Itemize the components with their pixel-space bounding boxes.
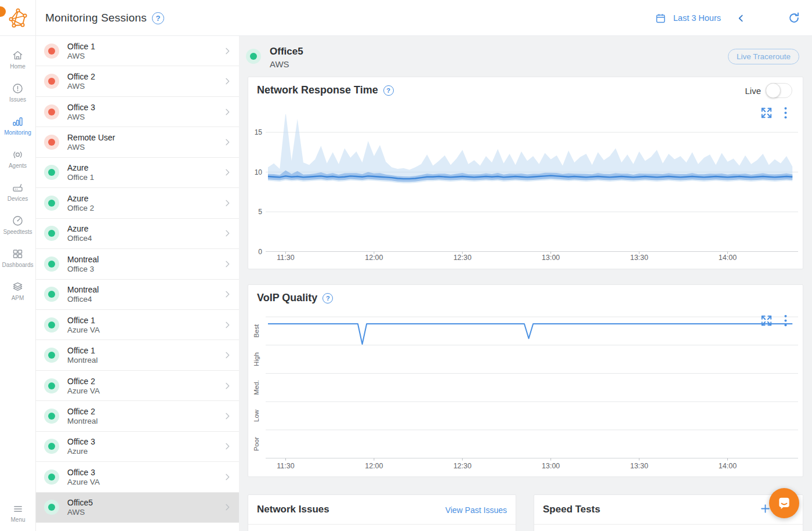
session-list-item[interactable]: Office 2Montreal xyxy=(36,401,239,431)
session-list-item[interactable]: Office 1Montreal xyxy=(36,340,239,370)
chevron-right-icon xyxy=(223,138,232,147)
session-list-item[interactable]: AzureOffice 1 xyxy=(36,158,239,188)
calendar-icon[interactable] xyxy=(655,12,666,24)
svg-text:13:00: 13:00 xyxy=(542,254,560,262)
session-list-item[interactable]: Remote UserAWS xyxy=(36,127,239,157)
session-list-item[interactable]: AzureOffice 2 xyxy=(36,188,239,218)
session-status-dot xyxy=(44,378,59,393)
session-target: Azure VA xyxy=(67,386,100,395)
session-list-item[interactable]: Office 3AWS xyxy=(36,97,239,127)
nav-label: Speedtests xyxy=(3,229,32,235)
session-status-dot xyxy=(44,74,59,89)
detail-status-dot xyxy=(246,49,261,64)
detail-subtitle: AWS xyxy=(270,59,289,69)
chevron-right-icon xyxy=(223,351,232,360)
chevron-right-icon xyxy=(223,259,232,269)
nav-item-apm[interactable]: APM xyxy=(0,274,36,308)
network-response-time-card: Network Response Time ? Live xyxy=(248,77,803,269)
page-help-icon[interactable]: ? xyxy=(152,12,164,24)
home-icon xyxy=(12,49,24,62)
kebab-menu-icon[interactable] xyxy=(781,315,790,327)
expand-icon[interactable] xyxy=(760,314,773,327)
speed-tests-card: Speed Tests View xyxy=(534,494,803,531)
nav-label: Monitoring xyxy=(4,129,31,136)
app-logo[interactable] xyxy=(0,0,36,36)
session-list-item[interactable]: Office 3Azure xyxy=(36,432,239,462)
nav-item-menu[interactable]: Menu xyxy=(0,500,36,526)
nav-label-menu: Menu xyxy=(10,516,25,523)
session-list-item[interactable]: Remote User xyxy=(36,523,239,531)
view-past-issues-link[interactable]: View Past Issues xyxy=(445,505,507,515)
agents-icon xyxy=(12,149,24,161)
session-target: Azure xyxy=(67,447,95,456)
live-traceroute-button[interactable]: Live Traceroute xyxy=(728,49,799,64)
session-list: Office 1AWSOffice 2AWSOffice 3AWSRemote … xyxy=(36,36,239,531)
nav-item-home[interactable]: Home xyxy=(0,43,36,76)
dashboards-icon xyxy=(12,248,24,260)
session-status-dot xyxy=(44,348,59,363)
voip-help-icon[interactable]: ? xyxy=(322,293,333,304)
session-status-dot xyxy=(44,257,59,272)
session-list-item[interactable]: AzureOffice4 xyxy=(36,219,239,249)
refresh-icon[interactable] xyxy=(788,12,800,24)
svg-text:Poor: Poor xyxy=(253,437,260,451)
time-range-label[interactable]: Last 3 Hours xyxy=(673,13,721,23)
svg-text:11:30: 11:30 xyxy=(277,462,294,470)
nav-label: Agents xyxy=(9,162,27,169)
voip-card-title: VoIP Quality xyxy=(257,292,317,304)
live-toggle-label: Live xyxy=(745,86,761,96)
topbar: Monitoring Sessions ? Last 3 Hours xyxy=(0,0,812,36)
issues-card-title: Network Issues xyxy=(257,504,329,515)
session-target: Azure VA xyxy=(67,326,100,334)
session-status-dot xyxy=(44,135,59,150)
session-status-dot xyxy=(44,165,59,180)
svg-text:13:30: 13:30 xyxy=(630,254,648,262)
nav-item-monitoring[interactable]: Monitoring xyxy=(0,109,36,142)
menu-icon xyxy=(12,503,24,515)
session-status-dot xyxy=(44,439,59,454)
session-list-item[interactable]: Office 3Azure VA xyxy=(36,462,239,492)
session-target: Montreal xyxy=(67,356,98,364)
nav-item-issues[interactable]: Issues xyxy=(0,76,36,109)
session-name: Office 1 xyxy=(67,42,95,51)
nrt-help-icon[interactable]: ? xyxy=(383,85,394,96)
svg-text:Best: Best xyxy=(253,324,260,338)
nav-item-speedtests[interactable]: Speedtests xyxy=(0,208,36,241)
session-target: AWS xyxy=(67,113,95,121)
session-list-item[interactable]: MontrealOffice 3 xyxy=(36,249,239,279)
svg-text:12:30: 12:30 xyxy=(454,254,472,262)
chevron-right-icon xyxy=(223,107,232,117)
svg-text:11:30: 11:30 xyxy=(277,254,294,262)
session-list-item[interactable]: Office5AWS xyxy=(36,493,239,523)
svg-text:13:00: 13:00 xyxy=(542,462,560,470)
kebab-menu-icon[interactable] xyxy=(781,107,790,119)
chevron-right-icon xyxy=(223,77,232,86)
session-status-dot xyxy=(44,196,59,211)
nav-item-agents[interactable]: Agents xyxy=(0,142,36,175)
expand-icon[interactable] xyxy=(760,106,773,120)
session-list-item[interactable]: Office 1AWS xyxy=(36,36,239,66)
nav-item-dashboards[interactable]: Dashboards xyxy=(0,241,36,274)
session-list-item[interactable]: Office 1Azure VA xyxy=(36,310,239,340)
voip-quality-card: VoIP Quality ? BestHighMed.LowPoor11:301… xyxy=(248,284,803,477)
svg-text:12:30: 12:30 xyxy=(454,462,472,470)
chevron-right-icon xyxy=(223,472,232,482)
session-name: Montreal xyxy=(67,285,99,294)
session-status-dot xyxy=(44,287,59,302)
session-list-item[interactable]: Office 2AWS xyxy=(36,66,239,96)
session-name: Office 2 xyxy=(67,377,100,386)
live-toggle[interactable] xyxy=(766,83,792,98)
nav-label: APM xyxy=(12,295,24,301)
svg-text:12:00: 12:00 xyxy=(365,254,383,262)
session-name: Montreal xyxy=(67,255,99,264)
session-target: AWS xyxy=(67,52,95,60)
devices-icon xyxy=(12,182,24,194)
svg-text:5: 5 xyxy=(258,208,262,216)
nav-item-devices[interactable]: Devices xyxy=(0,175,36,208)
collapse-chevron-left-icon[interactable] xyxy=(736,13,746,23)
session-list-item[interactable]: Office 2Azure VA xyxy=(36,371,239,401)
chat-widget-button[interactable] xyxy=(769,488,799,518)
session-list-item[interactable]: MontrealOffice4 xyxy=(36,280,239,310)
chevron-right-icon xyxy=(223,290,232,299)
detail-header: Office5 AWS Live Traceroute xyxy=(239,36,812,77)
